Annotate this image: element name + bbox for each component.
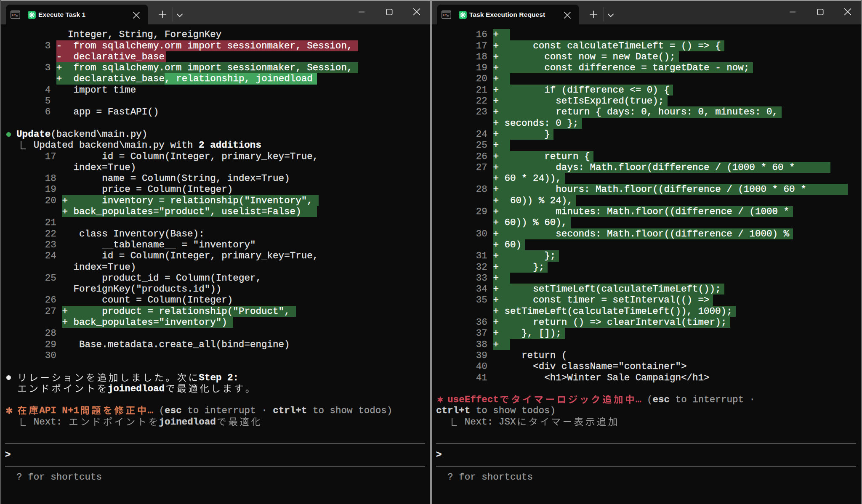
svg-text:C:\: C:\ <box>12 14 17 17</box>
svg-text:C:\: C:\ <box>443 14 448 17</box>
